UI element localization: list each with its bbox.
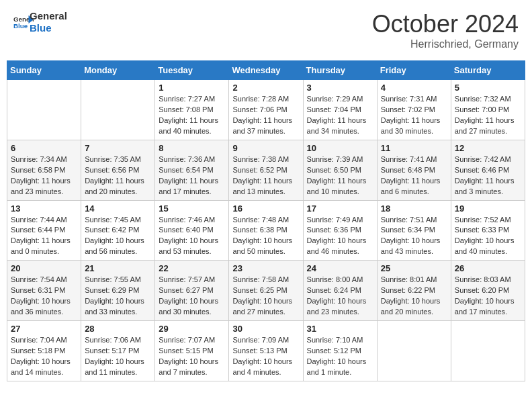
day-number: 21 bbox=[85, 263, 151, 273]
day-number: 12 bbox=[455, 143, 521, 153]
day-number: 26 bbox=[455, 263, 521, 273]
day-number: 13 bbox=[11, 203, 77, 214]
day-info: Sunrise: 7:07 AM Sunset: 5:15 PM Dayligh… bbox=[159, 335, 225, 378]
calendar-cell: 20Sunrise: 7:54 AM Sunset: 6:31 PM Dayli… bbox=[7, 261, 81, 321]
calendar-week-1: 1Sunrise: 7:27 AM Sunset: 7:08 PM Daylig… bbox=[7, 80, 525, 140]
calendar-cell: 25Sunrise: 8:01 AM Sunset: 6:22 PM Dayli… bbox=[377, 261, 451, 321]
calendar-cell: 23Sunrise: 7:58 AM Sunset: 6:25 PM Dayli… bbox=[229, 261, 303, 321]
page-header: General Blue General Blue October 2024 H… bbox=[7, 7, 525, 54]
day-info: Sunrise: 7:09 AM Sunset: 5:13 PM Dayligh… bbox=[232, 335, 299, 378]
calendar-cell: 8Sunrise: 7:36 AM Sunset: 6:54 PM Daylig… bbox=[155, 140, 229, 200]
day-number: 3 bbox=[307, 83, 373, 93]
calendar-week-2: 6Sunrise: 7:34 AM Sunset: 6:58 PM Daylig… bbox=[7, 140, 525, 200]
day-info: Sunrise: 7:54 AM Sunset: 6:31 PM Dayligh… bbox=[11, 275, 77, 318]
day-info: Sunrise: 7:34 AM Sunset: 6:58 PM Dayligh… bbox=[11, 154, 77, 197]
day-number: 10 bbox=[307, 143, 373, 153]
title-block: October 2024 Herrischried, Germany bbox=[372, 10, 519, 50]
weekday-header-sunday: Sunday bbox=[7, 61, 81, 80]
day-info: Sunrise: 7:41 AM Sunset: 6:48 PM Dayligh… bbox=[381, 154, 447, 197]
day-number: 15 bbox=[159, 203, 225, 214]
weekday-header-thursday: Thursday bbox=[303, 61, 377, 80]
calendar-cell: 27Sunrise: 7:04 AM Sunset: 5:18 PM Dayli… bbox=[7, 321, 81, 381]
location: Herrischried, Germany bbox=[372, 38, 519, 50]
day-info: Sunrise: 7:10 AM Sunset: 5:12 PM Dayligh… bbox=[307, 335, 373, 378]
day-number: 4 bbox=[381, 83, 447, 93]
calendar-cell: 6Sunrise: 7:34 AM Sunset: 6:58 PM Daylig… bbox=[7, 140, 81, 200]
day-info: Sunrise: 7:39 AM Sunset: 6:50 PM Dayligh… bbox=[307, 154, 373, 197]
calendar-cell: 7Sunrise: 7:35 AM Sunset: 6:56 PM Daylig… bbox=[81, 140, 155, 200]
day-info: Sunrise: 7:45 AM Sunset: 6:42 PM Dayligh… bbox=[85, 215, 151, 258]
calendar-cell: 29Sunrise: 7:07 AM Sunset: 5:15 PM Dayli… bbox=[155, 321, 229, 381]
calendar-cell: 16Sunrise: 7:48 AM Sunset: 6:38 PM Dayli… bbox=[229, 200, 303, 261]
calendar-cell: 13Sunrise: 7:44 AM Sunset: 6:44 PM Dayli… bbox=[7, 200, 81, 261]
day-number: 8 bbox=[159, 143, 225, 153]
calendar-cell: 10Sunrise: 7:39 AM Sunset: 6:50 PM Dayli… bbox=[303, 140, 377, 200]
day-number: 7 bbox=[85, 143, 151, 153]
month-title: October 2024 bbox=[372, 10, 519, 38]
weekday-header-tuesday: Tuesday bbox=[155, 61, 229, 80]
day-info: Sunrise: 7:31 AM Sunset: 7:02 PM Dayligh… bbox=[381, 94, 447, 137]
calendar-cell bbox=[7, 80, 81, 140]
calendar-cell: 1Sunrise: 7:27 AM Sunset: 7:08 PM Daylig… bbox=[155, 80, 229, 140]
day-number: 31 bbox=[307, 324, 373, 334]
calendar-cell: 14Sunrise: 7:45 AM Sunset: 6:42 PM Dayli… bbox=[81, 200, 155, 261]
day-number: 27 bbox=[11, 324, 77, 334]
day-info: Sunrise: 7:32 AM Sunset: 7:00 PM Dayligh… bbox=[455, 94, 521, 137]
day-number: 24 bbox=[307, 263, 373, 273]
calendar-cell: 22Sunrise: 7:57 AM Sunset: 6:27 PM Dayli… bbox=[155, 261, 229, 321]
day-info: Sunrise: 7:55 AM Sunset: 6:29 PM Dayligh… bbox=[85, 275, 151, 318]
calendar-cell bbox=[81, 80, 155, 140]
day-number: 29 bbox=[159, 324, 225, 334]
day-number: 17 bbox=[307, 203, 373, 214]
day-number: 1 bbox=[159, 83, 225, 93]
calendar-cell: 2Sunrise: 7:28 AM Sunset: 7:06 PM Daylig… bbox=[229, 80, 303, 140]
logo-line2: Blue bbox=[30, 22, 67, 34]
day-number: 16 bbox=[232, 203, 299, 214]
weekday-header-friday: Friday bbox=[377, 61, 451, 80]
day-info: Sunrise: 7:29 AM Sunset: 7:04 PM Dayligh… bbox=[307, 94, 373, 137]
day-info: Sunrise: 7:04 AM Sunset: 5:18 PM Dayligh… bbox=[11, 335, 77, 378]
day-number: 20 bbox=[11, 263, 77, 273]
calendar-cell: 31Sunrise: 7:10 AM Sunset: 5:12 PM Dayli… bbox=[303, 321, 377, 381]
day-number: 2 bbox=[232, 83, 299, 93]
logo: General Blue General Blue bbox=[13, 10, 67, 34]
day-info: Sunrise: 7:06 AM Sunset: 5:17 PM Dayligh… bbox=[85, 335, 151, 378]
day-number: 11 bbox=[381, 143, 447, 153]
calendar-cell: 5Sunrise: 7:32 AM Sunset: 7:00 PM Daylig… bbox=[451, 80, 525, 140]
day-info: Sunrise: 7:52 AM Sunset: 6:33 PM Dayligh… bbox=[455, 215, 521, 258]
weekday-header-row: SundayMondayTuesdayWednesdayThursdayFrid… bbox=[7, 61, 525, 80]
day-info: Sunrise: 7:28 AM Sunset: 7:06 PM Dayligh… bbox=[232, 94, 299, 137]
day-info: Sunrise: 7:35 AM Sunset: 6:56 PM Dayligh… bbox=[85, 154, 151, 197]
calendar-table: SundayMondayTuesdayWednesdayThursdayFrid… bbox=[7, 60, 525, 381]
day-info: Sunrise: 7:36 AM Sunset: 6:54 PM Dayligh… bbox=[159, 154, 225, 197]
day-info: Sunrise: 8:03 AM Sunset: 6:20 PM Dayligh… bbox=[455, 275, 521, 318]
day-info: Sunrise: 7:46 AM Sunset: 6:40 PM Dayligh… bbox=[159, 215, 225, 258]
day-number: 25 bbox=[381, 263, 447, 273]
calendar-cell bbox=[451, 321, 525, 381]
calendar-cell: 18Sunrise: 7:51 AM Sunset: 6:34 PM Dayli… bbox=[377, 200, 451, 261]
day-info: Sunrise: 7:57 AM Sunset: 6:27 PM Dayligh… bbox=[159, 275, 225, 318]
calendar-cell: 26Sunrise: 8:03 AM Sunset: 6:20 PM Dayli… bbox=[451, 261, 525, 321]
calendar-cell: 12Sunrise: 7:42 AM Sunset: 6:46 PM Dayli… bbox=[451, 140, 525, 200]
day-info: Sunrise: 7:48 AM Sunset: 6:38 PM Dayligh… bbox=[232, 215, 299, 258]
calendar-cell: 30Sunrise: 7:09 AM Sunset: 5:13 PM Dayli… bbox=[229, 321, 303, 381]
calendar-week-3: 13Sunrise: 7:44 AM Sunset: 6:44 PM Dayli… bbox=[7, 200, 525, 261]
day-info: Sunrise: 7:49 AM Sunset: 6:36 PM Dayligh… bbox=[307, 215, 373, 258]
day-info: Sunrise: 7:44 AM Sunset: 6:44 PM Dayligh… bbox=[11, 215, 77, 258]
calendar-cell: 21Sunrise: 7:55 AM Sunset: 6:29 PM Dayli… bbox=[81, 261, 155, 321]
day-number: 18 bbox=[381, 203, 447, 214]
day-info: Sunrise: 7:51 AM Sunset: 6:34 PM Dayligh… bbox=[381, 215, 447, 258]
day-number: 23 bbox=[232, 263, 299, 273]
day-info: Sunrise: 7:58 AM Sunset: 6:25 PM Dayligh… bbox=[232, 275, 299, 318]
calendar-cell: 15Sunrise: 7:46 AM Sunset: 6:40 PM Dayli… bbox=[155, 200, 229, 261]
calendar-cell: 4Sunrise: 7:31 AM Sunset: 7:02 PM Daylig… bbox=[377, 80, 451, 140]
day-number: 19 bbox=[455, 203, 521, 214]
calendar-week-5: 27Sunrise: 7:04 AM Sunset: 5:18 PM Dayli… bbox=[7, 321, 525, 381]
day-number: 28 bbox=[85, 324, 151, 334]
weekday-header-monday: Monday bbox=[81, 61, 155, 80]
weekday-header-saturday: Saturday bbox=[451, 61, 525, 80]
calendar-cell: 3Sunrise: 7:29 AM Sunset: 7:04 PM Daylig… bbox=[303, 80, 377, 140]
day-number: 14 bbox=[85, 203, 151, 214]
day-info: Sunrise: 7:27 AM Sunset: 7:08 PM Dayligh… bbox=[159, 94, 225, 137]
calendar-cell: 28Sunrise: 7:06 AM Sunset: 5:17 PM Dayli… bbox=[81, 321, 155, 381]
